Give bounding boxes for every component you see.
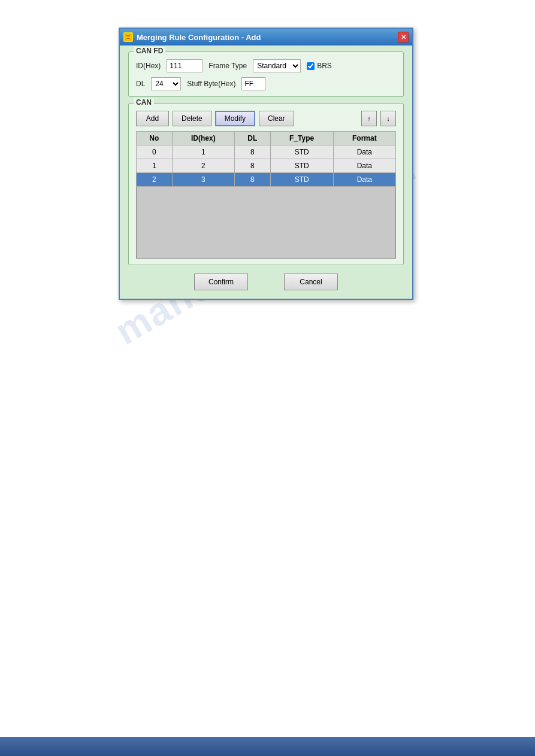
- dl-label: DL: [136, 80, 145, 88]
- table-row[interactable]: 1 2 8 STD Data: [137, 159, 396, 173]
- stuff-byte-input[interactable]: [241, 77, 265, 90]
- can-button-row: Add Delete Modify Clear ↑ ↓: [136, 111, 396, 126]
- close-button[interactable]: ✕: [398, 32, 409, 42]
- cell-ftype: STD: [270, 159, 333, 173]
- dialog-icon: [123, 32, 133, 42]
- cell-id: 3: [172, 173, 234, 187]
- cell-format: Data: [333, 159, 395, 173]
- stuff-byte-label: Stuff Byte(Hex): [187, 80, 235, 88]
- cell-ftype: STD: [270, 173, 333, 187]
- svg-rect-1: [126, 35, 130, 37]
- frame-type-select[interactable]: Standard Extended: [253, 59, 301, 72]
- table-row[interactable]: 0 1 8 STD Data: [137, 145, 396, 159]
- col-ftype: F_Type: [270, 132, 333, 145]
- can-section-label: CAN: [134, 98, 154, 107]
- move-down-button[interactable]: ↓: [380, 111, 396, 126]
- dialog-window: Merging Rule Configuration - Add ✕ CAN F…: [119, 28, 413, 300]
- bottom-bar: [0, 737, 535, 756]
- brs-label: BRS: [317, 62, 332, 70]
- cell-no: 2: [137, 173, 173, 187]
- svg-rect-0: [125, 34, 131, 40]
- dialog-title: Merging Rule Configuration - Add: [137, 33, 261, 42]
- can-table: No ID(hex) DL F_Type Format 0 1 8 STD: [136, 131, 396, 187]
- canfd-row2: DL 8 12 16 20 24 32 48 64 Stuff Byte(Hex…: [136, 77, 396, 90]
- move-up-button[interactable]: ↑: [361, 111, 377, 126]
- frame-type-label: Frame Type: [208, 62, 247, 70]
- dialog-titlebar: Merging Rule Configuration - Add ✕: [120, 29, 412, 45]
- col-no: No: [137, 132, 173, 145]
- dl-select[interactable]: 8 12 16 20 24 32 48 64: [151, 77, 181, 90]
- svg-rect-2: [126, 38, 130, 39]
- cell-dl: 8: [234, 159, 270, 173]
- add-button[interactable]: Add: [136, 111, 169, 126]
- canfd-row1: ID(Hex) Frame Type Standard Extended BRS: [136, 59, 396, 72]
- cell-id: 2: [172, 159, 234, 173]
- dialog-bottom-buttons: Confirm Cancel: [128, 274, 404, 290]
- page-background: manualshive.com Merging Rule Configurati…: [0, 0, 535, 756]
- col-id: ID(hex): [172, 132, 234, 145]
- canfd-section-label: CAN FD: [134, 47, 165, 55]
- cell-ftype: STD: [270, 145, 333, 159]
- dialog-content: CAN FD ID(Hex) Frame Type Standard Exten…: [120, 45, 412, 299]
- cell-id: 1: [172, 145, 234, 159]
- table-empty-area: [136, 187, 396, 259]
- cancel-button[interactable]: Cancel: [284, 274, 338, 290]
- brs-checkbox[interactable]: [307, 62, 315, 70]
- id-input[interactable]: [167, 59, 202, 72]
- col-format: Format: [333, 132, 395, 145]
- delete-button[interactable]: Delete: [173, 111, 211, 126]
- id-label: ID(Hex): [136, 62, 161, 70]
- clear-button[interactable]: Clear: [259, 111, 294, 126]
- dialog-title-left: Merging Rule Configuration - Add: [123, 32, 261, 42]
- cell-dl: 8: [234, 145, 270, 159]
- cell-format: Data: [333, 145, 395, 159]
- brs-checkbox-row: BRS: [307, 62, 332, 70]
- cell-format: Data: [333, 173, 395, 187]
- canfd-section: CAN FD ID(Hex) Frame Type Standard Exten…: [128, 51, 404, 97]
- modify-button[interactable]: Modify: [215, 111, 255, 126]
- cell-no: 1: [137, 159, 173, 173]
- can-section: CAN Add Delete Modify Clear ↑ ↓ No: [128, 103, 404, 265]
- confirm-button[interactable]: Confirm: [194, 274, 248, 290]
- col-dl: DL: [234, 132, 270, 145]
- table-row-selected[interactable]: 2 3 8 STD Data: [137, 173, 396, 187]
- cell-dl: 8: [234, 173, 270, 187]
- cell-no: 0: [137, 145, 173, 159]
